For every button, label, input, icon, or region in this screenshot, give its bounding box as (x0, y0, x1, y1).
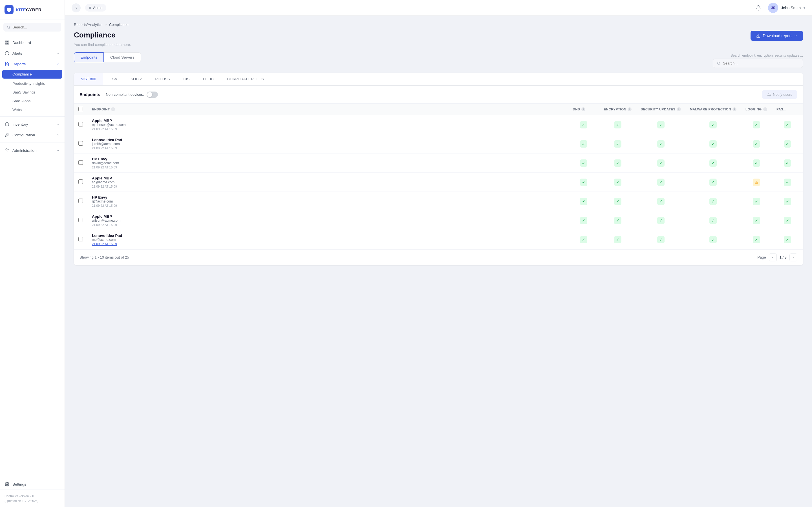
row-checkbox[interactable] (79, 179, 83, 184)
malware-cell: ✓ (686, 173, 741, 192)
logging-cell: ⚠ (741, 173, 772, 192)
company-badge[interactable]: Acme (85, 4, 106, 11)
row-checkbox[interactable] (79, 199, 83, 203)
table-row: Apple MBP wilson@acme.com 21.09.22 AT 15… (74, 211, 803, 230)
endpoint-cell: Apple MBP wilson@acme.com 21.09.22 AT 15… (87, 211, 568, 230)
table-row: HP Envy david@acme.com 21.09.22 AT 15:09… (74, 154, 803, 173)
endpoint-cell: Apple MBP mjohnson@acme.com 21.09.22 AT … (87, 115, 568, 134)
sidebar-toggle-button[interactable] (71, 3, 81, 12)
encryption-info-icon[interactable]: i (627, 107, 631, 111)
logging-cell: ✓ (741, 211, 772, 230)
sidebar-search[interactable] (3, 23, 61, 32)
malware-cell: ✓ (686, 115, 741, 134)
toggle-knob (147, 92, 152, 97)
dns-cell: ✓ (568, 173, 599, 192)
prev-page-button[interactable] (769, 253, 777, 262)
comp-tab-soc2[interactable]: SOC 2 (124, 73, 148, 86)
table-search[interactable] (713, 59, 803, 68)
th-encryption: ENCRYPTION i (599, 104, 636, 115)
check-icon: ✓ (784, 217, 791, 224)
table-row: HP Envy rj@acme.com 21.09.22 AT 15:09 ✓ … (74, 192, 803, 211)
comp-tab-nist800[interactable]: NIST 800 (74, 73, 103, 86)
device-date: 21.09.22 AT 15:09 (92, 147, 564, 150)
breadcrumb-parent[interactable]: Reports/Analytics (74, 22, 102, 27)
logging-cell: ✓ (741, 230, 772, 249)
dns-info-icon[interactable]: i (581, 107, 585, 111)
device-name: Apple MBP (92, 214, 564, 219)
download-report-button[interactable]: Download report (751, 31, 803, 41)
comp-tab-pcidss[interactable]: PCI DSS (148, 73, 176, 86)
row-checkbox-cell (74, 115, 87, 134)
row-checkbox[interactable] (79, 122, 83, 126)
content: Reports/Analytics > Compliance Complianc… (65, 16, 812, 507)
row-checkbox[interactable] (79, 218, 83, 222)
malware-cell: ✓ (686, 192, 741, 211)
logging-info-icon[interactable]: i (763, 107, 767, 111)
security-updates-cell: ✓ (636, 134, 685, 154)
sidebar-item-saas-apps[interactable]: SaaS Apps (0, 97, 64, 105)
dns-cell: ✓ (568, 154, 599, 173)
th-dns: DNS i (568, 104, 599, 115)
tab-cloud-servers[interactable]: Cloud Servers (104, 52, 141, 62)
sidebar-item-compliance[interactable]: Compliance (2, 70, 62, 78)
dns-cell: ✓ (568, 211, 599, 230)
nav-section: Dashboard Alerts Reports (0, 35, 64, 479)
check-icon: ✓ (657, 217, 665, 224)
check-icon: ✓ (580, 236, 587, 243)
topbar: Acme JS John Smith ▾ (65, 0, 812, 16)
notify-users-button[interactable]: Notify users (762, 90, 797, 99)
check-icon: ✓ (753, 159, 760, 167)
security-info-icon[interactable]: i (677, 107, 681, 111)
row-checkbox[interactable] (79, 160, 83, 165)
select-all-checkbox[interactable] (79, 107, 83, 111)
endpoint-info-icon[interactable]: i (111, 107, 115, 111)
encryption-cell: ✓ (599, 211, 636, 230)
sidebar-item-reports[interactable]: Reports (0, 59, 64, 69)
malware-cell: ✓ (686, 230, 741, 249)
th-logging: LOGGING i (741, 104, 772, 115)
compliance-table: ENDPOINT i DNS i ENCRYPT (74, 104, 803, 249)
non-compliant-toggle[interactable] (147, 92, 158, 98)
settings-icon (4, 482, 10, 487)
next-page-button[interactable] (790, 253, 797, 262)
comp-tab-csa[interactable]: CSA (103, 73, 124, 86)
sidebar-item-websites[interactable]: Websites (0, 105, 64, 114)
row-checkbox-cell (74, 154, 87, 173)
comp-tab-corporate[interactable]: CORPORATE POLICY (220, 73, 271, 86)
security-updates-cell: ✓ (636, 230, 685, 249)
sidebar-item-saas-savings[interactable]: SaaS Savings (0, 88, 64, 97)
sidebar-item-inventory[interactable]: Inventory (0, 119, 64, 129)
device-name: HP Envy (92, 195, 564, 200)
row-checkbox[interactable] (79, 141, 83, 146)
row-checkbox[interactable] (79, 237, 83, 241)
tab-endpoints[interactable]: Endpoints (74, 52, 104, 62)
row-checkbox-cell (74, 173, 87, 192)
check-icon: ✓ (614, 236, 621, 243)
password-cell: ✓ (772, 173, 803, 192)
sidebar-item-dashboard[interactable]: Dashboard (0, 37, 64, 48)
version-date: (updated on 12/12/2023) (4, 499, 60, 503)
table-footer: Showing 1 - 10 items out of 25 Page 1 / … (74, 249, 803, 265)
breadcrumb-separator: > (105, 22, 107, 27)
encryption-cell: ✓ (599, 230, 636, 249)
toolbar-title: Endpoints (80, 92, 100, 97)
notification-button[interactable] (753, 3, 763, 13)
sidebar-item-productivity[interactable]: Productivity Insights (0, 79, 64, 88)
row-checkbox-cell (74, 192, 87, 211)
sidebar-search-input[interactable] (12, 25, 58, 29)
user-info[interactable]: JS John Smith ▾ (768, 3, 805, 13)
sidebar-item-administration[interactable]: Administration (0, 145, 64, 156)
table-search-input[interactable] (723, 61, 799, 65)
sidebar-subitem-label-saas-apps: SaaS Apps (12, 99, 31, 103)
device-email: rj@acme.com (92, 200, 564, 203)
sidebar-item-settings[interactable]: Settings (0, 479, 64, 490)
malware-info-icon[interactable]: i (732, 107, 737, 111)
warn-icon: ⚠ (753, 179, 760, 186)
password-cell: ✓ (772, 115, 803, 134)
sidebar-item-configuration[interactable]: Configuration (0, 129, 64, 140)
device-date: 21.09.22 AT 15:09 (92, 242, 564, 245)
sidebar-item-alerts[interactable]: Alerts (0, 48, 64, 59)
comp-tab-ffeic[interactable]: FFEIC (196, 73, 220, 86)
comp-tab-cis[interactable]: CIS (176, 73, 196, 86)
table-toolbar: Endpoints Non-compliant devices: Notify … (74, 86, 803, 104)
